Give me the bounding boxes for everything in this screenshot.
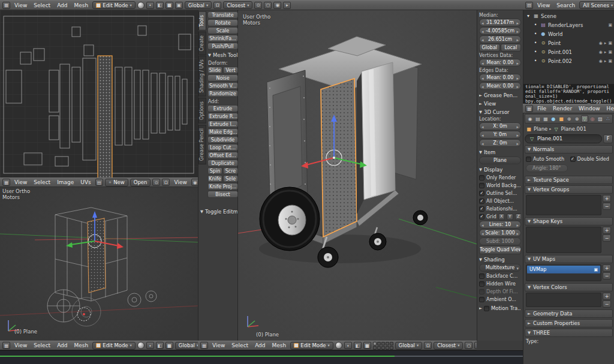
mesh-tools-panel-header[interactable]: ▼Mesh Tool (207, 50, 238, 59)
offset-edge-button[interactable]: Offset Ed... (207, 152, 238, 159)
vertex-select-mode-icon[interactable]: ∙ (146, 2, 154, 9)
make-edge-face-button[interactable]: Make Edg... (207, 128, 238, 136)
outliner-row-point[interactable]: • ⊙ Point ◉▸▣ (525, 38, 612, 47)
double-sided-checkbox[interactable]: ✓Double Sided (570, 155, 612, 163)
local-toggle-button[interactable]: Local (501, 44, 522, 52)
outliner-menu-search[interactable]: Search (554, 2, 577, 8)
wire-editor-type-icon[interactable]: ▦ (2, 342, 10, 349)
render-tab-icon[interactable]: ◉ (526, 115, 534, 122)
object-data-tab-icon[interactable]: ▽ (581, 115, 588, 122)
menu-add[interactable]: Add (55, 2, 70, 8)
info-editor-type-icon[interactable]: ▦ (525, 105, 533, 112)
shape-key-remove-button[interactable]: − (603, 234, 611, 242)
rotate-button[interactable]: Rotate (207, 19, 238, 26)
vertex-slide-button[interactable]: Vert (223, 67, 238, 74)
wire-menu-mesh[interactable]: Mesh (72, 342, 91, 348)
cursor-panel-header[interactable]: ▼3D Cursor (479, 109, 521, 115)
shape-key-add-button[interactable]: + (603, 227, 611, 234)
menu-view[interactable]: View (12, 2, 29, 8)
image-pin-icon[interactable]: ⊙ (152, 179, 160, 186)
vertex-color-remove-button[interactable]: − (603, 300, 611, 308)
view-panel-header[interactable]: ►View (479, 101, 521, 107)
knife-button[interactable]: Knife (207, 175, 222, 182)
uv-menu-view[interactable]: View (12, 179, 29, 185)
uv-snap-icon[interactable]: Ω (162, 179, 170, 186)
toggle-editmode-panel-header[interactable]: ▼Toggle Editmode (200, 207, 237, 216)
main-face-mode-icon[interactable]: ■ (363, 342, 371, 349)
three-panel-header[interactable]: ▼THREE (525, 329, 613, 337)
main-menu-mesh[interactable]: Mesh (270, 342, 289, 348)
snap-magnet-icon[interactable]: Ω (213, 2, 221, 9)
main-mode-dropdown[interactable]: Edit Mode▾ (290, 342, 333, 350)
wire-orientation-dropdown[interactable]: Global▾ (175, 342, 198, 350)
normals-panel-header[interactable]: ▼Normals (525, 145, 613, 154)
renderability-icon[interactable]: ▣ (608, 59, 612, 64)
translate-button[interactable]: Translate (207, 11, 238, 19)
edge-select-mode-icon[interactable]: ◧ (156, 2, 164, 9)
shape-keys-panel-header[interactable]: ▼Shape Keys (525, 217, 613, 225)
grid-checkbox[interactable]: ✓GridXYZ (479, 213, 521, 220)
uv-menu-select[interactable]: Select (31, 179, 53, 185)
only-render-checkbox[interactable]: Only Render (479, 174, 521, 181)
main-render-icon[interactable]: ◉ (474, 342, 477, 349)
menu-select[interactable]: Select (31, 2, 53, 8)
edge-bevel-weight-field[interactable]: ◂Mean: 0.00▸ (479, 74, 521, 82)
backface-culling-checkbox[interactable]: Backface C... (479, 272, 521, 279)
wire-face-mode-icon[interactable]: ■ (165, 342, 173, 349)
outliner-editor-type-icon[interactable]: ▤ (525, 2, 533, 9)
auto-smooth-checkbox[interactable]: Auto Smooth (526, 155, 568, 163)
grid-y-toggle[interactable]: Y (507, 213, 513, 220)
bisect-button[interactable]: Bisect (207, 191, 238, 198)
uvmap-list-item[interactable]: UVMap ▣ (527, 266, 600, 273)
modifiers-tab-icon[interactable]: ⊗ (573, 115, 580, 122)
motion-tracking-panel-header[interactable]: ►Motion Tra... (479, 305, 521, 311)
layers-widget[interactable] (373, 342, 393, 350)
uvmap-remove-button[interactable]: − (603, 272, 611, 279)
vertex-bevel-weight-field[interactable]: ◂Mean: 0.00▸ (479, 59, 521, 67)
visibility-eye-icon[interactable]: ◉ (599, 59, 603, 64)
cursor-y-field[interactable]: ◂Y: 0m▸ (479, 131, 521, 139)
viewport-shading-dropdown[interactable] (137, 2, 145, 9)
relationship-lines-checkbox[interactable]: ✓Relationshi... (479, 205, 521, 212)
main-3d-viewport[interactable]: User Ortho Motors (0) Plane (238, 10, 477, 341)
menu-render[interactable]: Render (550, 106, 574, 112)
spin-button[interactable]: Spin (207, 167, 222, 175)
world-tab-icon[interactable]: ● (550, 115, 557, 122)
knife-select-button[interactable]: Sele (223, 175, 238, 182)
shrink-fatten-button[interactable]: Shrink/Fa... (207, 35, 238, 42)
wire-menu-select[interactable]: Select (31, 342, 53, 348)
wire-menu-add[interactable]: Add (55, 342, 70, 348)
vertex-color-add-button[interactable]: + (603, 293, 611, 300)
vertex-colors-list[interactable] (526, 293, 601, 307)
loop-cut-button[interactable]: Loop Cut... (207, 144, 238, 151)
fake-user-button[interactable]: F (603, 134, 613, 143)
median-y-field[interactable]: ◂-4.00585cm▸ (479, 27, 521, 35)
renderlayer-camera-icon[interactable]: ▣ (608, 23, 612, 28)
uvmap-add-button[interactable]: + (603, 264, 611, 272)
main-snap-element-dropdown[interactable]: Closest▾ (434, 342, 463, 350)
transform-orientation-dropdown[interactable]: Global▾ (185, 1, 212, 9)
uv-editor-canvas[interactable] (0, 10, 198, 178)
outliner-row-point001[interactable]: • ⊙ Point.001 ◉▸▣ (525, 47, 612, 56)
main-proportional-icon[interactable]: ○ (465, 342, 472, 349)
randomize-button[interactable]: Randomize (207, 90, 238, 97)
vertex-groups-panel-header[interactable]: ▼Vertex Groups (525, 185, 613, 194)
image-open-button[interactable]: Open (130, 179, 151, 186)
wire-menu-view[interactable]: View (12, 342, 29, 348)
world-background-checkbox[interactable]: World Backg... (479, 182, 521, 189)
extrude-region-button[interactable]: Extrude R... (207, 113, 238, 120)
noise-button[interactable]: Noise (207, 74, 238, 82)
outliner-row-point002[interactable]: • ⊙ Point.002 ◉▸▣ (525, 56, 612, 65)
visibility-eye-icon[interactable]: ◉ (599, 50, 603, 55)
wire-selected-panel[interactable] (88, 218, 106, 293)
global-toggle-button[interactable]: Global (479, 44, 500, 52)
cursor-z-field[interactable]: ◂Z: 0m▸ (479, 139, 521, 147)
material-tab-icon[interactable]: ◎ (589, 115, 596, 122)
outliner-menu-view[interactable]: View (535, 2, 552, 8)
wireframe-3d-viewport[interactable]: User Ortho Motors (0) Plane (0, 187, 198, 341)
timeline-strip[interactable] (0, 350, 523, 364)
particles-tab-icon[interactable]: ∴ (604, 115, 612, 122)
knife-project-button[interactable]: Knife Proj... (207, 183, 238, 190)
menu-window[interactable]: Window (576, 106, 603, 112)
shading-mode-dropdown[interactable]: Multitexture▾ (479, 264, 521, 272)
